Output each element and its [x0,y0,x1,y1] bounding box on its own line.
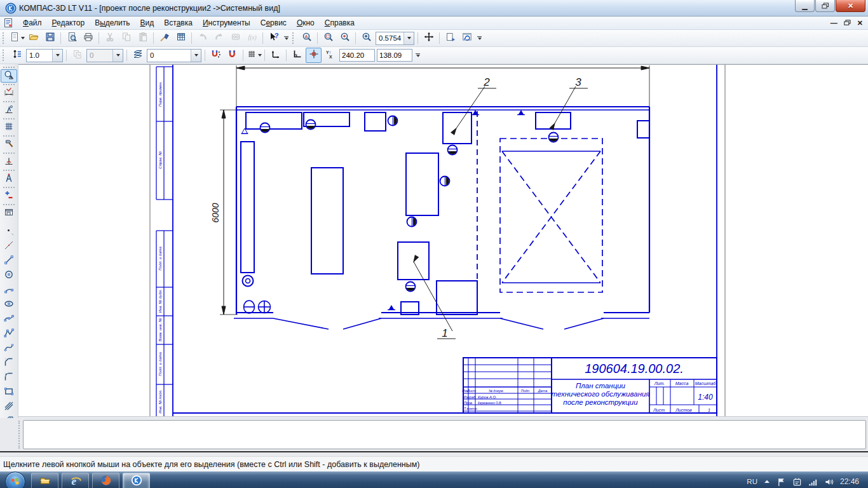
tool-fillet-button[interactable] [1,371,17,384]
taskbar-ie-button[interactable]: e [62,473,89,488]
tool-segment-button[interactable] [1,254,17,268]
cursor-step-combo-value[interactable]: 1.0 [27,51,52,59]
menu-вставка[interactable]: Вставка [159,17,198,29]
zoom-in-button[interactable] [358,30,374,46]
paste-button[interactable] [135,30,151,46]
new-document-button[interactable] [9,30,25,46]
cut-button[interactable] [102,30,118,46]
taskbar-explorer-button[interactable] [31,473,58,488]
dropdown-arrow-icon[interactable] [258,54,262,57]
open-document-button[interactable] [25,30,41,46]
cursor-step-combo[interactable]: 1.0 [26,49,63,62]
mdi-restore-button[interactable] [844,20,851,27]
current-layer-combo-value[interactable]: 0 [147,51,191,59]
formula-button[interactable]: f(x) [244,30,260,46]
copies-combo-arrow[interactable] [112,50,123,62]
toolbar-overflow-button[interactable] [282,31,290,45]
copies-combo[interactable]: 0 [86,49,123,62]
tool-bezier-button[interactable] [1,342,17,355]
property-bar-grip[interactable] [18,421,22,449]
save-button[interactable] [42,30,58,46]
toolbar-grip[interactable] [3,50,6,61]
restore-button[interactable] [815,0,835,12]
macro-record-button[interactable] [227,30,243,46]
tool-polyline-button[interactable] [1,327,17,341]
panel-window-button[interactable] [1,207,17,220]
menu-редактор[interactable]: Редактор [47,17,90,29]
show-page-button[interactable] [442,30,458,46]
property-bar-panel[interactable] [23,420,866,449]
menu-окно[interactable]: Окно [292,17,320,29]
tool-aux-line-button[interactable] [1,240,17,253]
magnet-button[interactable] [224,48,240,63]
tool-rectangle-button[interactable] [1,386,17,399]
panel-parametrization-button[interactable] [1,138,17,151]
drawing-sheet[interactable]: Перв. примен. Справ. № Подп. и дата Инв.… [18,65,868,417]
scale-combo-value[interactable]: 0.5754 [376,34,403,42]
panel-plus-minus-button[interactable] [1,189,17,203]
dimension-height[interactable]: 6000 [210,110,238,315]
refresh-view-button[interactable] [459,30,475,46]
copies-button[interactable] [69,48,85,63]
network-icon[interactable] [808,477,818,487]
magnet-points-button[interactable] [208,48,224,63]
zoom-area-button[interactable] [320,30,336,46]
windows-update-icon[interactable] [792,477,802,487]
tool-ellipse-button[interactable] [1,298,17,311]
taskbar-firefox-button[interactable] [92,473,119,488]
show-hidden-icons-button[interactable] [764,479,770,484]
scale-combo-arrow[interactable] [403,32,414,44]
copy-properties-button[interactable] [156,30,172,46]
volume-icon[interactable] [824,477,834,487]
dropdown-arrow-icon[interactable] [21,37,25,39]
taskbar-kompas-button[interactable] [123,473,150,488]
object-properties-button[interactable] [173,30,189,46]
coord-y-field[interactable]: 240.20 [339,49,375,62]
help-cursor-button[interactable]: ? [266,30,281,46]
menu-инструменты[interactable]: Инструменты [198,17,255,29]
panel-editing-button[interactable] [1,121,17,134]
action-center-icon[interactable] [776,477,786,487]
mdi-minimize-button[interactable]: — [831,20,837,27]
undo-button[interactable] [194,30,210,46]
current-layer-combo[interactable]: 0 [147,49,201,62]
current-layer-combo-arrow[interactable] [191,50,201,62]
tool-hatch-lines-button[interactable] [1,400,17,414]
vehicle-post-zone[interactable] [500,139,602,292]
panel-annotations-button[interactable] [1,104,17,117]
print-preview-button[interactable] [64,30,79,46]
layers-button[interactable] [130,48,146,63]
mdi-close-button[interactable]: ✕ [857,20,863,27]
zoom-window-button[interactable] [337,30,353,46]
grid-button[interactable] [246,48,262,63]
menu-сервис[interactable]: Сервис [255,17,292,29]
copy-button[interactable] [118,30,134,46]
pan-button[interactable] [421,30,437,46]
menu-файл[interactable]: Файл [18,17,47,29]
menu-вид[interactable]: Вид [135,17,159,29]
tool-point-button[interactable] [1,225,17,238]
clock[interactable]: 22:46 [840,477,859,486]
print-button[interactable] [80,30,96,46]
tool-chamfer-button[interactable] [1,356,17,370]
panel-selection-button[interactable] [1,172,17,186]
cursor-step-button[interactable] [9,48,25,63]
toolbar-grip[interactable] [292,32,295,44]
ortho-button[interactable] [289,48,305,63]
close-button[interactable]: ✕ [836,0,865,12]
toolbar-grip[interactable] [3,32,6,44]
panel-measurements-button[interactable] [1,155,17,168]
snap-button[interactable] [306,48,322,63]
panel-geometry-button[interactable] [1,69,17,83]
copies-combo-value[interactable]: 0 [87,51,112,59]
language-indicator[interactable]: RU [747,478,757,485]
scale-combo[interactable]: 0.5754 [376,32,414,45]
menu-справка[interactable]: Справка [320,17,360,29]
menu-выделить[interactable]: Выделить [90,17,135,29]
toolbar-overflow-button[interactable] [475,31,484,45]
coord-x-field[interactable]: 138.09 [377,49,412,62]
local-axes-button[interactable] [268,48,283,63]
drawing-canvas[interactable]: Перв. примен. Справ. № Подп. и дата Инв.… [18,64,868,416]
toolbar-overflow-button[interactable] [414,48,422,62]
tool-hatch-button[interactable] [1,415,17,418]
